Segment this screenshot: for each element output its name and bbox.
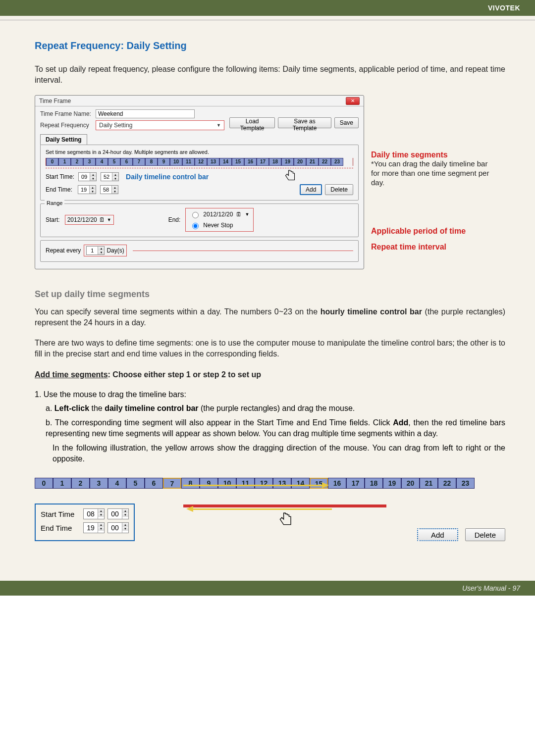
- chevron-down-icon[interactable]: ▼: [122, 527, 128, 531]
- hour-cell[interactable]: 18: [365, 478, 383, 489]
- hour-cell[interactable]: 4: [96, 158, 108, 166]
- hour-cell[interactable]: 8: [181, 478, 200, 489]
- hour-cell[interactable]: 1: [53, 478, 71, 489]
- hour-cell[interactable]: 7: [133, 158, 145, 166]
- hour-cell[interactable]: 3: [83, 158, 96, 166]
- save-button[interactable]: Save: [334, 117, 359, 128]
- big-end-mm-stepper[interactable]: ▲▼: [107, 522, 129, 533]
- chevron-down-icon[interactable]: ▼: [98, 527, 104, 531]
- big-start-label: Start Time: [41, 510, 80, 518]
- add-button[interactable]: Add: [417, 528, 458, 541]
- hour-cell[interactable]: 6: [120, 158, 133, 166]
- hour-cell[interactable]: 20: [401, 478, 420, 489]
- save-as-template-button[interactable]: Save as Template: [278, 117, 331, 128]
- hour-cell[interactable]: 0: [35, 478, 53, 489]
- hour-cell[interactable]: 22: [319, 158, 331, 166]
- hour-cell[interactable]: 21: [306, 158, 319, 166]
- end-date-option[interactable]: 2012/12/20 🗓 ▼: [190, 210, 249, 218]
- hour-cell[interactable]: 6: [145, 478, 163, 489]
- chevron-up-icon[interactable]: ▲: [112, 186, 118, 190]
- end-mm-stepper[interactable]: ▲▼: [100, 185, 118, 194]
- end-date-radio[interactable]: [192, 212, 199, 218]
- hour-cell[interactable]: 8: [145, 158, 158, 166]
- chevron-down-icon[interactable]: ▼: [112, 177, 118, 181]
- hour-cell[interactable]: 15: [232, 158, 244, 166]
- hour-cell[interactable]: 12: [255, 478, 273, 489]
- hour-cell[interactable]: 1: [58, 158, 71, 166]
- start-mm-stepper[interactable]: ▲▼: [101, 172, 119, 181]
- footer-bar: User's Manual - 97: [0, 581, 535, 596]
- chevron-down-icon[interactable]: ▼: [98, 251, 104, 254]
- hour-cell[interactable]: 2: [71, 158, 83, 166]
- chevron-up-icon[interactable]: ▲: [122, 523, 128, 527]
- end-hh-stepper[interactable]: ▲▼: [78, 185, 96, 194]
- chevron-down-icon[interactable]: ▼: [98, 513, 104, 517]
- hour-cell[interactable]: 13: [207, 158, 219, 166]
- load-template-button[interactable]: Load Template: [229, 117, 275, 128]
- hour-cell[interactable]: 12: [195, 158, 207, 166]
- end-date-value: 2012/12/20: [203, 211, 233, 218]
- hour-cell[interactable]: 14: [291, 478, 310, 489]
- hour-cell[interactable]: 16: [244, 158, 257, 166]
- chevron-down-icon[interactable]: ▼: [90, 190, 96, 194]
- hour-cell[interactable]: 2: [71, 478, 90, 489]
- chevron-down-icon[interactable]: ▼: [122, 513, 128, 517]
- hour-cell[interactable]: 0: [46, 158, 58, 166]
- repeat-value-stepper[interactable]: ▲▼: [86, 246, 105, 255]
- hour-cell[interactable]: 14: [219, 158, 232, 166]
- hour-cell[interactable]: 13: [273, 478, 291, 489]
- hour-cell[interactable]: 19: [281, 158, 294, 166]
- annot-repeat-title: Repeat time interval: [371, 243, 498, 252]
- hour-cell[interactable]: 4: [108, 478, 126, 489]
- chevron-down-icon[interactable]: ▼: [112, 190, 118, 194]
- time-frame-dialog: Time Frame ✕ Time Frame Name: Repeat Fre…: [35, 95, 364, 269]
- hour-cell[interactable]: 17: [346, 478, 365, 489]
- dropdown-value: Daily Setting: [99, 122, 132, 129]
- chevron-up-icon[interactable]: ▲: [90, 186, 96, 190]
- delete-button[interactable]: Delete: [465, 528, 505, 541]
- chevron-up-icon[interactable]: ▲: [98, 509, 104, 513]
- chevron-up-icon[interactable]: ▲: [98, 247, 104, 251]
- hour-cell[interactable]: 22: [438, 478, 456, 489]
- hour-cell[interactable]: 23: [456, 478, 475, 489]
- never-stop-option[interactable]: Never Stop: [190, 221, 233, 229]
- hour-cell[interactable]: 18: [269, 158, 281, 166]
- delete-segment-button[interactable]: Delete: [325, 184, 353, 195]
- hour-cell[interactable]: 21: [420, 478, 438, 489]
- hour-cell[interactable]: 20: [294, 158, 306, 166]
- daily-timeline-bar[interactable]: 01234567891011121314151617181920212223: [46, 158, 353, 166]
- hour-cell[interactable]: 7: [163, 478, 181, 489]
- big-timeline-bar[interactable]: 01234567891011121314151617181920212223: [35, 478, 505, 489]
- chevron-up-icon[interactable]: ▲: [112, 173, 118, 177]
- start-hh-stepper[interactable]: ▲▼: [78, 172, 97, 181]
- freq-label: Repeat Frequency: [40, 122, 96, 129]
- big-start-mm-stepper[interactable]: ▲▼: [107, 508, 129, 519]
- hour-cell[interactable]: 16: [328, 478, 346, 489]
- hour-cell[interactable]: 9: [158, 158, 170, 166]
- hour-cell[interactable]: 17: [257, 158, 269, 166]
- hour-cell[interactable]: 11: [182, 158, 195, 166]
- add-segment-button[interactable]: Add: [300, 184, 322, 195]
- daily-setting-tab[interactable]: Daily Setting: [40, 134, 87, 145]
- calendar-icon: 🗓: [99, 216, 105, 223]
- chevron-down-icon[interactable]: ▼: [90, 177, 96, 181]
- never-stop-radio[interactable]: [192, 223, 199, 229]
- chevron-up-icon[interactable]: ▲: [90, 173, 96, 177]
- range-start-date-picker[interactable]: 2012/12/20 🗓 ▼: [65, 215, 114, 225]
- hour-cell[interactable]: 11: [236, 478, 255, 489]
- hour-cell[interactable]: 10: [218, 478, 236, 489]
- close-icon[interactable]: ✕: [346, 97, 360, 105]
- hour-cell[interactable]: 3: [90, 478, 108, 489]
- hour-cell[interactable]: 10: [170, 158, 182, 166]
- repeat-frequency-dropdown[interactable]: Daily Setting ▼: [96, 120, 224, 130]
- big-start-hh-stepper[interactable]: ▲▼: [83, 508, 105, 519]
- hour-cell[interactable]: 9: [200, 478, 218, 489]
- time-frame-name-input[interactable]: [96, 109, 195, 118]
- hour-cell[interactable]: 19: [383, 478, 401, 489]
- hour-cell[interactable]: 5: [126, 478, 145, 489]
- chevron-up-icon[interactable]: ▲: [122, 509, 128, 513]
- chevron-up-icon[interactable]: ▲: [98, 523, 104, 527]
- hour-cell[interactable]: 23: [331, 158, 343, 166]
- big-end-hh-stepper[interactable]: ▲▼: [83, 522, 105, 533]
- hour-cell[interactable]: 5: [108, 158, 120, 166]
